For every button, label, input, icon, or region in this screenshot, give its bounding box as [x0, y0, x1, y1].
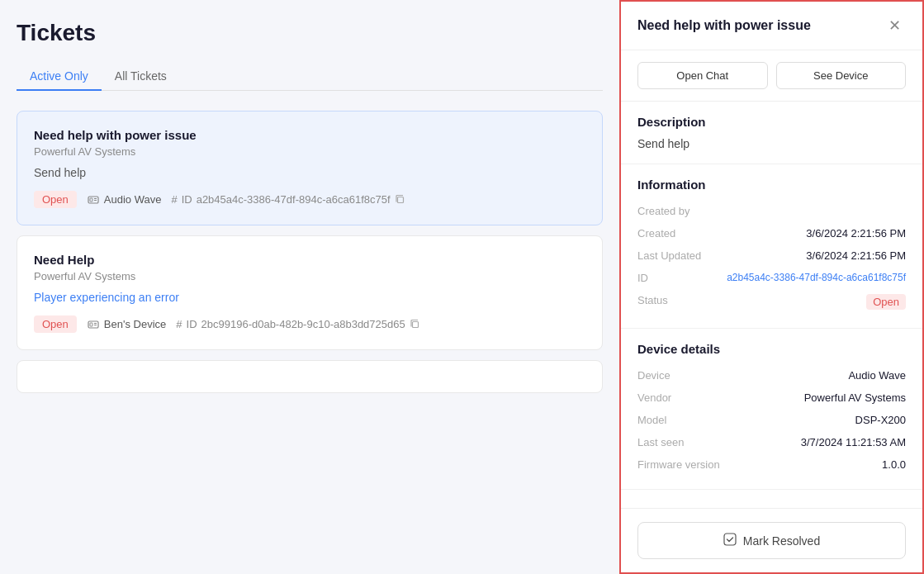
ticket-id-info-2: # ID 2bc99196-d0ab-482b-9c10-a8b3dd725d6…	[176, 318, 422, 331]
status-value: Open	[866, 294, 906, 310]
check-circle-icon	[723, 533, 737, 548]
id-value: a2b45a4c-3386-47df-894c-a6ca61f8c75f	[727, 272, 906, 283]
mark-resolved-section: Mark Resolved	[621, 508, 922, 572]
model-value: DSP-X200	[855, 414, 906, 426]
created-value: 3/6/2024 2:21:56 PM	[806, 227, 906, 240]
last-seen-row: Last seen 3/7/2024 11:21:53 AM	[637, 431, 906, 453]
ticket-company-2: Powerful AV Systems	[34, 270, 585, 282]
model-row: Model DSP-X200	[637, 409, 906, 431]
ticket-id-value-2: 2bc99196-d0ab-482b-9c10-a8b3dd725d65	[201, 318, 405, 330]
ticket-status-badge-1: Open	[34, 191, 77, 208]
information-label: Information	[637, 178, 906, 192]
panel-header: Need help with power issue ✕	[621, 2, 922, 50]
detail-panel: Need help with power issue ✕ Open Chat S…	[619, 0, 924, 574]
ticket-device-1: Audio Wave	[87, 193, 162, 206]
ticket-card-partial[interactable]	[17, 360, 603, 393]
open-chat-button[interactable]: Open Chat	[637, 62, 768, 89]
created-by-label: Created by	[637, 205, 720, 217]
firmware-value: 1.0.0	[882, 458, 906, 471]
last-updated-label: Last Updated	[637, 249, 720, 262]
tabs-container: Active Only All Tickets	[17, 63, 603, 91]
vendor-label: Vendor	[637, 391, 720, 404]
copy-icon-2[interactable]	[410, 318, 423, 331]
device-label: Device	[637, 369, 720, 382]
ticket-card-2[interactable]: Need Help Powerful AV Systems Player exp…	[17, 235, 603, 350]
tab-all-tickets[interactable]: All Tickets	[102, 63, 180, 91]
device-value: Audio Wave	[848, 369, 906, 382]
copy-icon-1[interactable]	[395, 193, 408, 206]
hash-icon-2: #	[176, 318, 182, 330]
model-label: Model	[637, 414, 720, 426]
ticket-description-1: Send help	[34, 166, 585, 179]
device-details-section: Device details Device Audio Wave Vendor …	[621, 329, 922, 490]
ticket-title-1: Need help with power issue	[34, 128, 585, 142]
ticket-id-info-1: # ID a2b45a4c-3386-47df-894c-a6ca61f8c75…	[171, 193, 407, 206]
vendor-row: Vendor Powerful AV Systems	[637, 387, 906, 409]
status-row: Status Open	[637, 289, 906, 315]
created-row: Created 3/6/2024 2:21:56 PM	[637, 222, 906, 244]
firmware-label: Firmware version	[637, 458, 720, 471]
ticket-card-1[interactable]: Need help with power issue Powerful AV S…	[17, 111, 603, 225]
left-panel: Tickets Active Only All Tickets Need hel…	[0, 0, 619, 574]
ticket-company-1: Powerful AV Systems	[34, 145, 585, 158]
id-row: ID a2b45a4c-3386-47df-894c-a6ca61f8c75f	[637, 267, 906, 289]
ticket-device-2: Ben's Device	[87, 318, 166, 331]
ticket-footer-1: Open Audio Wave # ID a2b45a4c-3386-47df-…	[34, 191, 585, 208]
last-updated-row: Last Updated 3/6/2024 2:21:56 PM	[637, 244, 906, 267]
svg-rect-1	[90, 198, 92, 202]
mark-resolved-label: Mark Resolved	[743, 534, 820, 548]
id-label-2: ID	[187, 318, 197, 330]
ticket-title-2: Need Help	[34, 253, 585, 267]
vendor-value: Powerful AV Systems	[804, 391, 906, 404]
device-row: Device Audio Wave	[637, 364, 906, 387]
description-label: Description	[637, 115, 906, 129]
svg-rect-6	[90, 323, 92, 326]
ticket-device-name-1: Audio Wave	[104, 193, 162, 206]
description-text: Send help	[637, 137, 906, 150]
status-label: Status	[637, 294, 720, 306]
device-details-label: Device details	[637, 342, 906, 356]
panel-actions: Open Chat See Device	[621, 50, 922, 102]
ticket-device-name-2: Ben's Device	[104, 318, 166, 330]
spacer	[621, 490, 922, 508]
svg-rect-9	[412, 322, 418, 328]
see-device-button[interactable]: See Device	[776, 62, 907, 89]
device-icon-2	[87, 318, 100, 331]
information-section: Information Created by Created 3/6/2024 …	[621, 164, 922, 329]
ticket-description-2: Player experiencing an error	[34, 291, 585, 304]
ticket-id-value-1: a2b45a4c-3386-47df-894c-a6ca61f8c75f	[197, 193, 391, 206]
svg-rect-4	[397, 197, 403, 203]
ticket-status-badge-2: Open	[34, 315, 77, 333]
svg-rect-10	[724, 534, 736, 545]
panel-title: Need help with power issue	[637, 18, 884, 33]
created-label: Created	[637, 227, 720, 240]
last-seen-value: 3/7/2024 11:21:53 AM	[801, 436, 906, 448]
tab-active-only[interactable]: Active Only	[17, 63, 102, 91]
firmware-row: Firmware version 1.0.0	[637, 453, 906, 476]
mark-resolved-button[interactable]: Mark Resolved	[637, 522, 906, 559]
hash-icon-1: #	[171, 193, 177, 206]
id-label-1: ID	[182, 193, 192, 206]
ticket-footer-2: Open Ben's Device # ID 2bc99196-d0ab-482…	[34, 315, 585, 333]
last-updated-value: 3/6/2024 2:21:56 PM	[806, 249, 906, 262]
close-button[interactable]: ✕	[884, 15, 906, 36]
description-section: Description Send help	[621, 102, 922, 164]
id-label: ID	[637, 272, 720, 284]
last-seen-label: Last seen	[637, 436, 720, 448]
created-by-row: Created by	[637, 200, 906, 222]
device-icon-1	[87, 193, 100, 206]
page-title: Tickets	[17, 20, 603, 46]
